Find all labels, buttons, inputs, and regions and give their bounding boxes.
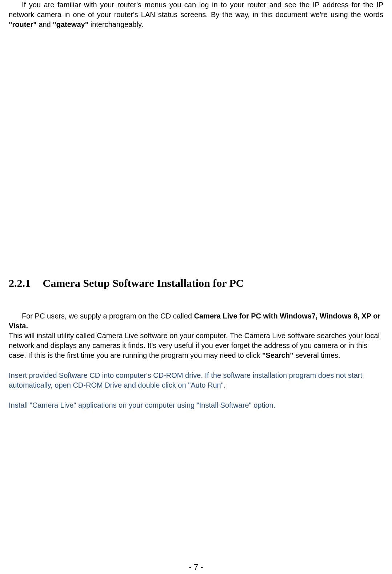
section-heading: 2.2.1 Camera Setup Software Installation…: [9, 277, 383, 289]
instruction-paragraph-1: Insert provided Software CD into compute…: [9, 371, 383, 390]
body2-part2: several times.: [293, 351, 340, 359]
intro-text-3: interchangeably.: [88, 20, 143, 28]
intro-text-1: If you are familiar with your router's m…: [9, 1, 383, 19]
intro-paragraph: If you are familiar with your router's m…: [9, 0, 383, 29]
intro-bold-2: "gateway": [53, 20, 88, 28]
page-content: If you are familiar with your router's m…: [0, 0, 392, 410]
intro-bold-1: "router": [9, 20, 37, 28]
section-title: Camera Setup Software Installation for P…: [43, 277, 244, 289]
intro-text-2: and: [37, 20, 53, 28]
section-number: 2.2.1: [9, 277, 31, 289]
instruction-paragraph-2: Install "Camera Live" applications on yo…: [9, 400, 383, 410]
body-paragraph-1: For PC users, we supply a program on the…: [9, 311, 383, 331]
body2-bold: "Search": [262, 351, 293, 359]
body-paragraph-2: This will install utility called Camera …: [9, 331, 383, 360]
page-number: - 7 -: [0, 562, 392, 572]
body1-intro: For PC users, we supply a program on the…: [22, 312, 194, 320]
